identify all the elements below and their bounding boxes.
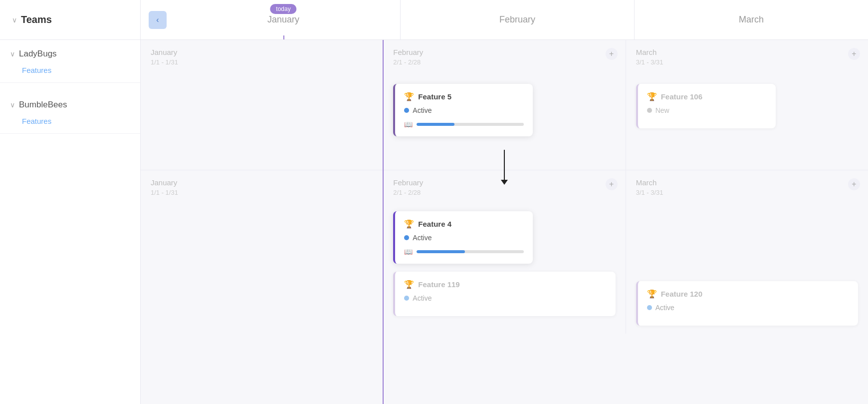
feature-119-trophy-icon: 🏆 [404, 280, 414, 289]
feature-4-title: Feature 4 [418, 220, 451, 228]
bumblebees-collapse-icon[interactable]: ∨ [10, 101, 15, 109]
feature-4-book-icon: 📖 [404, 248, 413, 256]
feature-4-trophy-icon: 🏆 [404, 219, 414, 229]
ladybugs-feb-label: February [393, 48, 615, 56]
sidebar-header: ∨ Teams [0, 0, 141, 39]
team-header-bumblebees[interactable]: ∨ BumbleBees [0, 91, 140, 117]
bumblebees-mar-dates: 3/1 - 3/31 [636, 189, 858, 196]
bumblebees-feb-add-button[interactable]: + [606, 178, 618, 190]
feature-120-card[interactable]: 🏆 Feature 120 Active [636, 281, 858, 326]
feature-106-trophy-icon: 🏆 [647, 92, 657, 101]
feature-106-status-dot [647, 108, 652, 113]
feature-119-status-label: Active [413, 294, 432, 302]
feature-120-status-row: Active [647, 304, 849, 312]
bumblebees-february-column: February 2/1 - 2/28 + 🏆 Feature 4 Active… [383, 170, 626, 334]
main-content: ∨ LadyBugs Features ∨ BumbleBees Feature… [0, 40, 868, 404]
nav-back-button[interactable]: ‹ [149, 11, 167, 29]
ladybugs-calendar-row: January 1/1 - 1/31 February 2/1 - 2/28 +… [141, 40, 868, 170]
bumblebees-march-column: March 3/1 - 3/31 + 🏆 Feature 120 Active [626, 170, 868, 334]
feature-106-title-row: 🏆 Feature 106 [647, 92, 767, 101]
bumblebees-team-name: BumbleBees [19, 100, 67, 110]
teams-label: Teams [21, 14, 52, 25]
team-header-ladybugs[interactable]: ∨ LadyBugs [0, 40, 140, 66]
feature-119-status-dot [404, 296, 409, 301]
ladybugs-feb-add-button[interactable]: + [606, 48, 618, 60]
sidebar: ∨ LadyBugs Features ∨ BumbleBees Feature… [0, 40, 141, 404]
ladybugs-jan-dates: 1/1 - 1/31 [151, 58, 373, 66]
feature-120-trophy-icon: 🏆 [647, 289, 657, 299]
feature-119-title-row: 🏆 Feature 119 [404, 280, 606, 289]
bumblebees-mar-add-button[interactable]: + [848, 178, 860, 190]
bumblebees-calendar-row: January 1/1 - 1/31 February 2/1 - 2/28 +… [141, 170, 868, 334]
feature-106-status-row: New [647, 106, 767, 114]
bumblebees-feb-dates: 2/1 - 2/28 [393, 189, 615, 196]
feature-106-card[interactable]: 🏆 Feature 106 New [636, 84, 776, 128]
ladybugs-mar-label: March [636, 48, 858, 56]
ladybugs-features-link[interactable]: Features [0, 66, 140, 82]
calendar-body: January 1/1 - 1/31 February 2/1 - 2/28 +… [141, 40, 868, 404]
feature-4-progress-fill [417, 250, 465, 253]
arrow-line [504, 150, 505, 180]
feature-4-status-label: Active [413, 234, 432, 242]
feature-5-title: Feature 5 [418, 92, 451, 101]
feature-5-trophy-icon: 🏆 [404, 92, 414, 101]
bumblebees-jan-label: January [151, 178, 373, 187]
feature-5-status-label: Active [413, 106, 432, 114]
bumblebees-january-column: January 1/1 - 1/31 [141, 170, 383, 334]
feature-120-title: Feature 120 [661, 290, 702, 298]
feature-4-card[interactable]: 🏆 Feature 4 Active 📖 [393, 211, 533, 264]
feature-120-title-row: 🏆 Feature 120 [647, 289, 849, 299]
feature-4-progress-bg [417, 250, 524, 253]
bumblebees-jan-dates: 1/1 - 1/31 [151, 189, 373, 196]
team-section-bumblebees: ∨ BumbleBees Features [0, 91, 140, 134]
team-section-ladybugs: ∨ LadyBugs Features [0, 40, 140, 83]
feature-5-progress-bg [417, 123, 524, 126]
ladybugs-mar-add-button[interactable]: + [848, 48, 860, 60]
today-badge[interactable]: today [270, 4, 296, 14]
feature-4-title-row: 🏆 Feature 4 [404, 219, 524, 229]
feature-5-card[interactable]: 🏆 Feature 5 Active 📖 [393, 84, 533, 136]
bumblebees-mar-label: March [636, 178, 858, 187]
feature-120-status-label: Active [655, 304, 674, 312]
today-line [283, 35, 284, 39]
feature-4-progress-row: 📖 [404, 248, 524, 256]
feature-119-title: Feature 119 [418, 280, 459, 289]
arrow-head [501, 180, 508, 185]
feature-119-card[interactable]: 🏆 Feature 119 Active [393, 272, 615, 316]
feature-5-status-row: Active [404, 106, 524, 114]
feature-106-title: Feature 106 [661, 92, 702, 101]
header-month-february: February [401, 0, 635, 39]
bumblebees-features-link[interactable]: Features [0, 117, 140, 133]
feature-5-progress-fill [417, 123, 454, 126]
ladybugs-mar-dates: 3/1 - 3/31 [636, 58, 858, 66]
ladybugs-team-name: LadyBugs [19, 49, 57, 59]
ladybugs-feb-dates: 2/1 - 2/28 [393, 58, 615, 66]
feature-4-status-dot [404, 235, 409, 240]
feature-106-status-label: New [655, 106, 669, 114]
header-month-january: today January [167, 0, 401, 39]
feature-5-title-row: 🏆 Feature 5 [404, 92, 524, 101]
dependency-arrow [501, 150, 508, 185]
header: ∨ Teams ‹ today January February March [0, 0, 868, 40]
collapse-icon[interactable]: ∨ [12, 16, 17, 24]
feature-4-status-row: Active [404, 234, 524, 242]
ladybugs-jan-label: January [151, 48, 373, 56]
calendar-header: today January February March [167, 0, 868, 39]
feature-5-book-icon: 📖 [404, 120, 413, 128]
feature-5-progress-row: 📖 [404, 120, 524, 128]
feature-120-status-dot [647, 305, 652, 310]
ladybugs-march-column: March 3/1 - 3/31 + 🏆 Feature 106 New [626, 40, 868, 170]
ladybugs-february-column: February 2/1 - 2/28 + 🏆 Feature 5 Active… [383, 40, 626, 170]
ladybugs-january-column: January 1/1 - 1/31 [141, 40, 383, 170]
feature-5-status-dot [404, 108, 409, 113]
ladybugs-collapse-icon[interactable]: ∨ [10, 50, 15, 58]
feature-119-status-row: Active [404, 294, 606, 302]
header-month-march: March [635, 0, 868, 39]
